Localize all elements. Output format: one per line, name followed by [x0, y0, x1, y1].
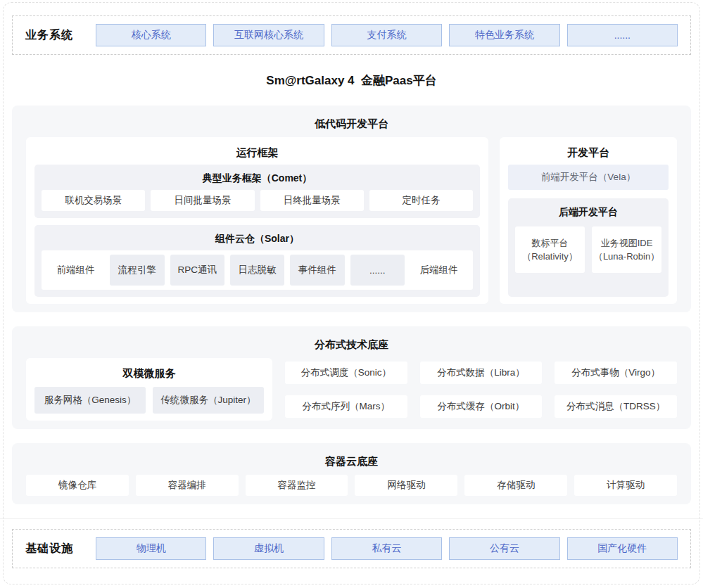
- infrastructure-item: 国产化硬件: [567, 537, 678, 560]
- business-system-item: 支付系统: [331, 24, 442, 46]
- container-cloud-item: 网络驱动: [355, 475, 457, 496]
- comet-title: 典型业务框架（Comet）: [42, 172, 473, 184]
- infrastructure-strip: 基础设施 物理机 虚拟机 私有云 公有云 国产化硬件: [12, 529, 691, 568]
- business-system-item: 互联网核心系统: [213, 24, 324, 46]
- backend-dev-panel: 后端开发平台 数标平台 （Relativity） 业务视图IDE （Luna-R…: [508, 198, 669, 297]
- solar-title: 组件云仓（Solar）: [42, 232, 473, 245]
- infrastructure-item: 私有云: [331, 537, 442, 560]
- platform-title: Sm@rtGalaxy 4 金融Paas平台: [0, 73, 703, 89]
- dual-mode-title: 双模微服务: [34, 366, 264, 380]
- solar-items-row: 前端组件 流程引擎 RPC通讯 日志脱敏 事件组件 ...... 后端组件: [42, 250, 473, 290]
- distributed-service-item: 分布式消息（TDRSS）: [555, 395, 677, 418]
- distributed-service-item: 分布式调度（Sonic）: [285, 362, 407, 384]
- dual-mode-item: 服务网格（Genesis）: [34, 387, 146, 414]
- infrastructure-label: 基础设施: [25, 542, 96, 556]
- distributed-service-item: 分布式事物（Virgo）: [555, 362, 677, 384]
- business-system-item: 核心系统: [96, 24, 206, 46]
- distributed-columns: 双模微服务 服务网格（Genesis） 传统微服务（Jupiter） 分布式调度…: [26, 358, 677, 421]
- dual-mode-microservices-card: 双模微服务 服务网格（Genesis） 传统微服务（Jupiter）: [26, 358, 272, 421]
- container-cloud-item: 计算驱动: [574, 475, 677, 496]
- backend-items-row: 数标平台 （Relativity） 业务视图IDE （Luna-Robin）: [515, 226, 661, 273]
- container-cloud-item: 镜像仓库: [26, 475, 129, 496]
- solar-chip: 日志脱敏: [230, 255, 284, 286]
- container-cloud-item: 容器监控: [246, 475, 348, 496]
- comet-item: 定时任务: [369, 190, 473, 211]
- distributed-services-grid: 分布式调度（Sonic） 分布式数据（Libra） 分布式事物（Virgo） 分…: [285, 358, 677, 421]
- solar-chip: ......: [350, 255, 405, 286]
- solar-chip: RPC通讯: [170, 255, 224, 286]
- low-code-title: 低代码开发平台: [26, 117, 677, 130]
- business-systems-boxes: 核心系统 互联网核心系统 支付系统 特色业务系统 ......: [96, 24, 678, 46]
- backend-item-code: （Luna-Robin）: [594, 250, 659, 264]
- backend-item-name: 数标平台: [532, 236, 569, 250]
- infrastructure-boxes: 物理机 虚拟机 私有云 公有云 国产化硬件: [96, 537, 678, 560]
- backend-item-name: 业务视图IDE: [601, 236, 653, 250]
- section-divider: [0, 518, 703, 519]
- backend-dev-title: 后端开发平台: [515, 205, 661, 218]
- dual-mode-item: 传统微服务（Jupiter）: [153, 387, 264, 414]
- distributed-service-item: 分布式数据（Libra）: [420, 362, 543, 384]
- backend-item-luna-robin: 业务视图IDE （Luna-Robin）: [592, 226, 661, 273]
- solar-chip: 流程引擎: [110, 255, 164, 286]
- low-code-columns: 运行框架 典型业务框架（Comet） 联机交易场景 日间批量场景 日终批量场景 …: [26, 137, 677, 304]
- backend-item-code: （Relativity）: [522, 250, 578, 264]
- solar-frontend-item: 前端组件: [47, 255, 104, 286]
- distributed-service-item: 分布式序列（Mars）: [285, 395, 407, 418]
- low-code-panel: 低代码开发平台 运行框架 典型业务框架（Comet） 联机交易场景 日间批量场景…: [12, 106, 691, 312]
- container-cloud-title: 容器云底座: [26, 454, 677, 468]
- comet-item: 日终批量场景: [260, 190, 364, 211]
- infrastructure-item: 公有云: [449, 537, 559, 560]
- backend-item-relativity: 数标平台 （Relativity）: [515, 226, 585, 273]
- dev-platform-card: 开发平台 前端开发平台（Vela） 后端开发平台 数标平台 （Relativit…: [500, 137, 677, 304]
- comet-panel: 典型业务框架（Comet） 联机交易场景 日间批量场景 日终批量场景 定时任务: [34, 165, 480, 218]
- solar-backend-item: 后端组件: [410, 255, 467, 286]
- dual-mode-row: 服务网格（Genesis） 传统微服务（Jupiter）: [34, 387, 264, 414]
- distributed-service-item: 分布式缓存（Orbit）: [420, 395, 543, 418]
- runtime-framework-card: 运行框架 典型业务框架（Comet） 联机交易场景 日间批量场景 日终批量场景 …: [26, 137, 488, 304]
- comet-items-row: 联机交易场景 日间批量场景 日终批量场景 定时任务: [42, 190, 473, 211]
- comet-item: 联机交易场景: [42, 190, 145, 211]
- distributed-title: 分布式技术底座: [26, 338, 677, 351]
- comet-item: 日间批量场景: [151, 190, 254, 211]
- business-systems-label: 业务系统: [25, 28, 96, 43]
- container-cloud-item: 存储驱动: [464, 475, 567, 496]
- container-cloud-row: 镜像仓库 容器编排 容器监控 网络驱动 存储驱动 计算驱动: [26, 475, 677, 496]
- distributed-panel: 分布式技术底座 双模微服务 服务网格（Genesis） 传统微服务（Jupite…: [12, 326, 691, 429]
- runtime-framework-title: 运行框架: [34, 146, 480, 159]
- solar-panel: 组件云仓（Solar） 前端组件 流程引擎 RPC通讯 日志脱敏 事件组件 ..…: [34, 225, 480, 297]
- solar-chip: 事件组件: [290, 255, 344, 286]
- vela-frontend-platform-box: 前端开发平台（Vela）: [508, 165, 669, 190]
- infrastructure-item: 物理机: [96, 537, 206, 560]
- business-systems-strip: 业务系统 核心系统 互联网核心系统 支付系统 特色业务系统 ......: [12, 15, 691, 55]
- dev-platform-title: 开发平台: [508, 146, 669, 159]
- container-cloud-item: 容器编排: [136, 475, 239, 496]
- container-cloud-panel: 容器云底座 镜像仓库 容器编排 容器监控 网络驱动 存储驱动 计算驱动: [12, 443, 691, 504]
- business-system-item: 特色业务系统: [449, 24, 559, 46]
- business-system-item: ......: [567, 24, 678, 46]
- infrastructure-item: 虚拟机: [213, 537, 324, 560]
